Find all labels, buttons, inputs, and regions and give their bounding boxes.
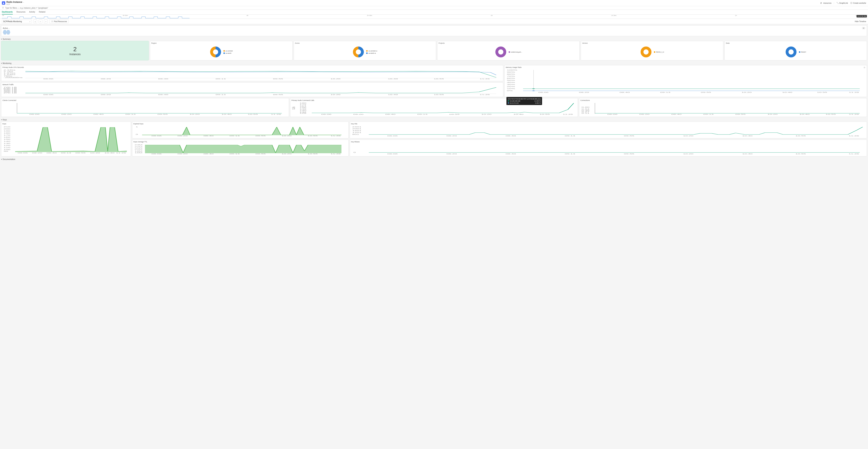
zones-card: Zones us-central1-a us-west1-a: [293, 41, 436, 60]
filter-input[interactable]: [5, 7, 866, 9]
home-button[interactable]: ⌂: [33, 20, 37, 23]
svg-text:08:06: 08:06: [321, 114, 331, 115]
tab-activity[interactable]: Activity: [29, 10, 35, 14]
svg-text:08:06: 08:06: [538, 92, 549, 93]
active-count-badge: 2: [862, 27, 865, 29]
svg-text:200: 200: [4, 128, 10, 130]
region-card: Region us-central1 us-west1: [150, 41, 292, 60]
filter-icon: [2, 7, 4, 9]
tab-resources[interactable]: Resources: [17, 10, 26, 14]
svg-point-42: [864, 67, 865, 68]
find-resources-button[interactable]: Find Resources: [49, 20, 69, 23]
back-button[interactable]: ←: [39, 20, 42, 23]
svg-text:09:13: 09:13: [660, 92, 671, 93]
network-svg: 72K LB63K LB54K LB45K LB36K LB27K LB 08:…: [2, 86, 502, 95]
svg-text:10:40: 10:40: [221, 114, 231, 115]
ttl-chart: Keys Average TTL 24M22M20M18M16M 08:0608…: [132, 139, 349, 156]
svg-text:09:13: 09:13: [565, 153, 575, 155]
clients-chart: Clients Connected 08:0608:2008:4009:1309…: [1, 98, 289, 117]
legend-text: READY: [801, 51, 806, 53]
create-worksheet-button[interactable]: Create workshe: [850, 2, 866, 4]
caret-down-icon: ▾: [1, 38, 2, 40]
memory-tooltip: 02/17/23 07:52:00.000 PST to 07:53:00.00…: [506, 97, 542, 105]
svg-text:20M: 20M: [134, 148, 143, 150]
tooltip-val2: 0.352 %: [535, 102, 540, 104]
svg-text:70%: 70%: [507, 75, 515, 77]
caret-down-icon: ▾: [1, 159, 2, 160]
expired-keys-title: Expired Keys: [133, 123, 347, 125]
legend-text: us-west1-a: [368, 52, 376, 54]
active-label[interactable]: Active ⌄: [3, 27, 10, 29]
svg-text:08:20: 08:20: [32, 152, 42, 154]
forward-button[interactable]: →: [44, 20, 48, 23]
graphlink-button[interactable]: GraphLink: [836, 2, 848, 4]
svg-text:170: 170: [4, 134, 10, 136]
svg-text:08:06: 08:06: [607, 114, 617, 115]
svg-text:10:40: 10:40: [782, 92, 792, 93]
svg-text:0.80: 0.80: [582, 106, 589, 108]
svg-text:09:13: 09:13: [229, 153, 240, 155]
dashboard-select[interactable]: GCP/Redis Monitoring: [2, 20, 32, 23]
svg-text:16M: 16M: [134, 152, 143, 153]
timeline[interactable]: -4h -3h 30m -3h -2h 30m -2h -1h 30m -1h …: [0, 14, 868, 19]
svg-text:10:40: 10:40: [514, 114, 524, 115]
svg-text:08:40: 08:40: [158, 94, 168, 95]
summary-row: 2 Instances Region us-central1 us-west1 …: [1, 41, 867, 60]
list-icon: [51, 20, 53, 23]
gear-icon[interactable]: [863, 66, 866, 69]
keys-svg: 21020019018017016015014013012011010090 0…: [2, 126, 130, 154]
version-donut: [640, 46, 652, 58]
svg-text:10:55: 10:55: [434, 78, 444, 79]
cpu-title: Primary Node CPU Seconds: [2, 66, 502, 68]
svg-text:100%: 100%: [507, 69, 517, 71]
svg-text:08:20: 08:20: [101, 78, 111, 79]
instance-hexagons[interactable]: [3, 30, 10, 34]
svg-text:09:13: 09:13: [125, 114, 135, 115]
svg-text:09:13: 09:13: [61, 152, 71, 154]
svg-text:09:55: 09:55: [255, 135, 266, 136]
svg-text:08:06: 08:06: [43, 78, 54, 79]
memory-chart: Memory Usage Ratio 100%90%80%70%60%50%40…: [504, 65, 867, 97]
chevron-down-icon: ⌄: [8, 28, 10, 29]
svg-text:10:20: 10:20: [481, 114, 491, 115]
svg-text:10:55: 10:55: [248, 114, 258, 115]
svg-text:10:20: 10:20: [683, 153, 693, 155]
svg-text:60%: 60%: [507, 77, 515, 79]
legend-item: REDIS_4_0: [654, 51, 664, 53]
svg-text:08:20: 08:20: [101, 94, 111, 95]
svg-text:128: 128: [300, 113, 306, 114]
hexagon-icon: [6, 30, 10, 34]
svg-point-9: [787, 48, 795, 56]
svg-text:10%: 10%: [507, 88, 515, 89]
tab-related[interactable]: Related: [39, 10, 45, 14]
hide-timeline-button[interactable]: Hide Timeline: [855, 21, 866, 23]
instances-number: 2: [73, 46, 77, 53]
svg-text:120: 120: [4, 145, 10, 146]
version-title: Version: [582, 42, 722, 44]
svg-text:2001: 2001: [352, 128, 361, 130]
keys-row: Keys 21020019018017016015014013012011010…: [1, 122, 867, 156]
svg-text:10:55: 10:55: [308, 153, 318, 155]
svg-text:90%: 90%: [507, 71, 515, 73]
svg-text:10:55: 10:55: [817, 92, 827, 93]
svg-text:10:20: 10:20: [281, 153, 291, 155]
section-documentation-header[interactable]: ▾Documentation: [1, 158, 867, 161]
active-panel: Active ⌄ 2: [1, 25, 867, 36]
resources-count[interactable]: 2 resources: [820, 2, 831, 4]
section-summary-header[interactable]: ▾Summary: [1, 37, 867, 41]
section-keys-label: Keys: [3, 119, 7, 121]
projects-title: Projects: [438, 42, 578, 44]
svg-text:09:55: 09:55: [255, 153, 266, 155]
tl-label: -2h 30m: [367, 14, 372, 16]
svg-text:08:06: 08:06: [29, 114, 39, 115]
network-chart: Network Traffic 72K LB63K LB54K LB45K LB…: [1, 82, 503, 97]
network-title: Network Traffic: [2, 84, 502, 86]
key-hits-svg: 2401200116011201801 08:0608:2008:4009:13…: [351, 126, 866, 137]
chevron-down-icon[interactable]: ⌄: [23, 1, 24, 3]
svg-text:11:26: 11:26: [480, 78, 490, 79]
svg-text:140: 140: [4, 140, 10, 142]
section-monitoring-header[interactable]: ▾Monitoring: [1, 62, 867, 65]
tab-dashboards[interactable]: Dashboards: [2, 10, 13, 14]
svg-text:50%: 50%: [507, 79, 515, 81]
section-keys-header[interactable]: ▾Keys: [1, 118, 867, 122]
